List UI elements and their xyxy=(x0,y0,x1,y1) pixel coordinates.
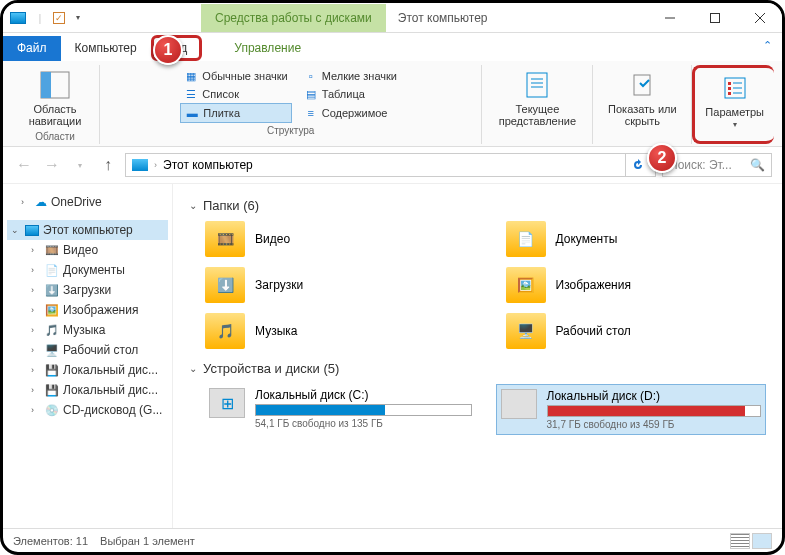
folder-item[interactable]: 🎵Музыка xyxy=(205,313,466,349)
drive-info: Локальный диск (D:) 31,7 ГБ свободно из … xyxy=(547,389,762,430)
pc-icon xyxy=(25,225,39,236)
drives-section-header[interactable]: ⌄ Устройства и диски (5) xyxy=(189,361,766,376)
up-button[interactable]: ↑ xyxy=(97,154,119,176)
content-pane[interactable]: ⌄ Папки (6) 🎞️Видео📄Документы⬇️Загрузки🖼… xyxy=(173,184,782,528)
search-input[interactable]: Поиск: Эт... 🔍 xyxy=(662,153,772,177)
tree-item[interactable]: ›🎞️Видео xyxy=(7,240,168,260)
table-icon: ▤ xyxy=(304,87,318,101)
collapse-ribbon-icon[interactable]: ⌃ xyxy=(763,39,772,52)
tree-item[interactable]: ›🖥️Рабочий стол xyxy=(7,340,168,360)
qat-dropdown-icon[interactable]: ▾ xyxy=(69,9,87,27)
back-button[interactable]: ← xyxy=(13,154,35,176)
drive-progress xyxy=(255,404,472,416)
tab-manage[interactable]: Управление xyxy=(220,36,315,61)
chevron-down-icon: ▾ xyxy=(733,120,737,129)
group-current-view: Текущее представление xyxy=(482,65,593,144)
tree-item[interactable]: ›🎵Музыка xyxy=(7,320,168,340)
tab-computer[interactable]: Компьютер xyxy=(61,36,151,61)
expand-icon[interactable]: › xyxy=(31,305,41,315)
folders-section-header[interactable]: ⌄ Папки (6) xyxy=(189,198,766,213)
navigation-pane-icon xyxy=(39,69,71,101)
drive-icon xyxy=(501,389,537,419)
close-button[interactable] xyxy=(737,3,782,33)
svg-rect-1 xyxy=(710,13,719,22)
refresh-button[interactable] xyxy=(625,153,649,177)
layout-table[interactable]: ▤Таблица xyxy=(300,85,401,103)
drives-grid: ⊞ Локальный диск (C:) 54,1 ГБ свободно и… xyxy=(189,384,766,435)
group-layout: ▦Обычные значки ▫Мелкие значки ☰Список ▤… xyxy=(100,65,482,144)
tree-item[interactable]: ›💾Локальный дис... xyxy=(7,360,168,380)
callout-badge-2: 2 xyxy=(647,143,677,173)
folder-item[interactable]: 🎞️Видео xyxy=(205,221,466,257)
drive-item[interactable]: Локальный диск (D:) 31,7 ГБ свободно из … xyxy=(496,384,767,435)
options-label: Параметры xyxy=(705,106,764,118)
expand-icon[interactable]: › xyxy=(31,405,41,415)
tiles-view-button[interactable] xyxy=(752,533,772,549)
content-icon: ≡ xyxy=(304,106,318,120)
tree-this-pc[interactable]: ⌄ Этот компьютер xyxy=(7,220,168,240)
minimize-button[interactable] xyxy=(647,3,692,33)
item-icon: 💾 xyxy=(45,384,59,397)
tab-file[interactable]: Файл xyxy=(3,36,61,61)
tree-item[interactable]: ›🖼️Изображения xyxy=(7,300,168,320)
tree-item-label: Загрузки xyxy=(63,283,111,297)
chevron-down-icon: ⌄ xyxy=(189,363,197,374)
navigation-pane-label: Область навигации xyxy=(25,103,85,127)
chevron-right-icon: › xyxy=(154,160,157,170)
tree-item-label: CD-дисковод (G... xyxy=(63,403,162,417)
folder-icon: 🖼️ xyxy=(506,267,546,303)
contextual-tab-label: Средства работы с дисками xyxy=(201,4,386,32)
checkbox-icon[interactable]: ✓ xyxy=(53,12,65,24)
show-hide-button[interactable]: Показать или скрыть xyxy=(603,67,681,129)
layout-small-icons[interactable]: ▫Мелкие значки xyxy=(300,67,401,85)
svg-rect-12 xyxy=(728,82,731,85)
navigation-pane-button[interactable]: Область навигации xyxy=(21,67,89,129)
drive-icon: ⊞ xyxy=(209,388,245,418)
layout-normal-icons[interactable]: ▦Обычные значки xyxy=(180,67,291,85)
tree-item[interactable]: ›💿CD-дисковод (G... xyxy=(7,400,168,420)
drive-info: Локальный диск (C:) 54,1 ГБ свободно из … xyxy=(255,388,472,431)
recent-dropdown[interactable]: ▾ xyxy=(69,154,91,176)
expand-icon[interactable]: › xyxy=(31,345,41,355)
folders-grid: 🎞️Видео📄Документы⬇️Загрузки🖼️Изображения… xyxy=(189,221,766,349)
options-button[interactable]: Параметры ▾ xyxy=(701,70,768,131)
folder-item[interactable]: 📄Документы xyxy=(506,221,767,257)
tree-item[interactable]: ›💾Локальный дис... xyxy=(7,380,168,400)
view-switcher xyxy=(730,533,772,549)
expand-icon[interactable]: › xyxy=(31,245,41,255)
window-buttons xyxy=(647,3,782,33)
maximize-button[interactable] xyxy=(692,3,737,33)
show-hide-label: Показать или скрыть xyxy=(607,103,677,127)
expand-icon[interactable]: › xyxy=(31,285,41,295)
tree-onedrive[interactable]: › ☁ OneDrive xyxy=(7,192,168,212)
item-icon: ⬇️ xyxy=(45,284,59,297)
drive-item[interactable]: ⊞ Локальный диск (C:) 54,1 ГБ свободно и… xyxy=(205,384,476,435)
folder-item[interactable]: 🖼️Изображения xyxy=(506,267,767,303)
expand-icon[interactable]: › xyxy=(31,385,41,395)
layout-content[interactable]: ≡Содержимое xyxy=(300,103,401,123)
expand-icon[interactable]: › xyxy=(31,325,41,335)
layout-tiles[interactable]: ▬Плитка xyxy=(180,103,291,123)
breadcrumb[interactable]: › Этот компьютер xyxy=(125,153,656,177)
tree-item[interactable]: ›📄Документы xyxy=(7,260,168,280)
expand-icon[interactable]: › xyxy=(31,365,41,375)
navigation-tree[interactable]: › ☁ OneDrive ⌄ Этот компьютер ›🎞️Видео›📄… xyxy=(3,184,173,528)
group-areas-label: Области xyxy=(35,129,75,142)
tree-item[interactable]: ›⬇️Загрузки xyxy=(7,280,168,300)
folder-item[interactable]: ⬇️Загрузки xyxy=(205,267,466,303)
layout-list[interactable]: ☰Список xyxy=(180,85,291,103)
current-view-button[interactable]: Текущее представление xyxy=(492,67,582,129)
forward-button[interactable]: → xyxy=(41,154,63,176)
folder-item[interactable]: 🖥️Рабочий стол xyxy=(506,313,767,349)
icons-icon: ▦ xyxy=(184,69,198,83)
layout-options: ▦Обычные значки ▫Мелкие значки ☰Список ▤… xyxy=(180,67,401,123)
folder-label: Рабочий стол xyxy=(556,324,631,338)
folder-icon: 📄 xyxy=(506,221,546,257)
expand-icon[interactable]: › xyxy=(21,197,31,207)
status-bar: Элементов: 11 Выбран 1 элемент xyxy=(3,528,782,552)
tree-item-label: Изображения xyxy=(63,303,138,317)
collapse-icon[interactable]: ⌄ xyxy=(11,225,21,235)
expand-icon[interactable]: › xyxy=(31,265,41,275)
search-icon: 🔍 xyxy=(750,158,765,172)
details-view-button[interactable] xyxy=(730,533,750,549)
